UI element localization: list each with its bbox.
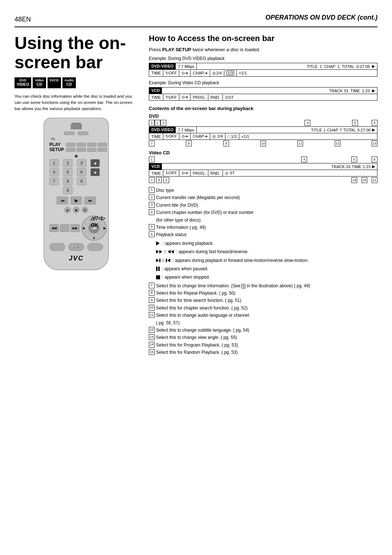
btn-extra[interactable] [60,224,69,232]
num-btn-2[interactable]: 2 [63,159,73,167]
vcd-contents-bar: VCD TRACK 33 TIME 1:23 ▶ TIME ↻OFF ⊙➜ PR… [149,163,377,177]
fwd-btn[interactable]: ▶▶ [70,224,80,232]
sub1-cell[interactable]: ◎ 2/4 [210,70,224,76]
vcd-time-label: TIME [350,89,360,93]
badge-audio-cd: Audio CD [62,77,76,88]
num-btn-1[interactable]: 1 [49,159,59,167]
dvd-title-info: TITLE 1 CHAP 1 TOTAL 0:27:06 ▶ [197,63,377,69]
rew-btn[interactable]: ◀◀ [49,224,59,232]
num-btn-6[interactable]: 6 [77,168,86,176]
total-label: TOTAL [342,64,354,69]
bottom-right-btn[interactable] [87,243,103,251]
page-num-value: 48 [15,16,22,23]
next-btn[interactable]: ⏭ [84,197,96,204]
dvd-contents-info: TITLE 1 CHAP 7 TOTAL 0:27:06 ▶ [197,127,377,133]
left-description: You can check disc information while the… [15,93,138,112]
bottom-center-btn[interactable]: –+ [68,243,84,251]
dvd-contents-type: DVD-VIDEO [149,127,176,133]
slow-status-text: : appears during playback in forward slo… [172,257,309,264]
item-text-9: Select this for time search function. ( … [156,297,241,304]
arrow-direction-label: △▽◁▷ OK [91,215,105,228]
example-vcd-label: Example: During Video CD playback [149,80,377,85]
st-cell[interactable]: ◎ ST [223,94,236,100]
pause-icon [156,267,160,271]
vcd-num-4: 4 [301,157,307,162]
contents-heading: Contents of the on-screen bar during pla… [149,106,377,111]
vcd-section-label: Video CD [149,150,377,155]
vcd-contents-type: VCD [149,163,162,170]
item-num-13: 13 [149,334,155,340]
vcd-type: VCD [149,88,162,94]
dvd-rate: 7.7 Mbps [176,63,197,69]
list-item: 11 Select this to change audio language … [149,312,377,327]
item-num-8: 8 [149,290,155,296]
stop-btn[interactable]: ■ [73,207,79,213]
vcd-time-label-cell[interactable]: TIME [149,94,163,100]
theta-cell[interactable]: ⊙➜ [179,70,191,76]
num-btn-7[interactable]: 7 [49,177,59,185]
dvd-contents-rate: 7.7 Mbps [176,127,197,133]
list-item: 15 Select this for Random Playback. ( pg… [149,349,377,356]
play-btn[interactable]: ▶ [70,197,82,204]
off-cell[interactable]: ↻ OFF [163,70,179,76]
total-val: 0:27:06 [356,64,370,69]
prog-cell[interactable]: PROG. [191,94,208,100]
item-text-5: Time information ( pg. 49) [156,224,206,231]
track-label: TRACK 33 [329,89,348,93]
list-item: 9 Select this for time search function. … [149,297,377,304]
badge-bottom [54,82,55,87]
vcd-top-numbers: 1 4 5 6 [149,157,377,162]
num-btn-sq1[interactable]: ■ [90,159,100,167]
vcd-example-bar: VCD TRACK 33 TIME 1:23 ▶ TIME ↻ OFF ⊙➜ [149,87,377,101]
item-text-1: Disc type [156,187,174,194]
item-text-10: Select this for chapter search function.… [156,304,248,312]
dvd-num-7: 7 [149,141,155,146]
vcd-off-cell[interactable]: ↻ OFF [163,94,179,100]
remote-illustration: ·TV PLAY SETUP [15,118,138,270]
record-btn[interactable]: ● [64,207,71,213]
num-btn-4[interactable]: 4 [49,168,59,176]
jvc-brand: JVC [49,255,103,262]
dvd-num-5: 5 [352,120,358,126]
num-btn-8[interactable]: 8 [63,177,73,185]
vcd-bottom-numbers: 7 8 9 14 15 11 [149,177,377,183]
pause-btn[interactable]: ⏸ [82,207,88,213]
list-item: 3 Current title (for DVD) [149,202,377,209]
vcd-num-9: 9 [163,177,169,183]
dvd-num-1: 1 [149,120,155,126]
play-label: PLAY [49,142,64,147]
format-badges: DVD VIDEO Video CD SVCD Audio CD [15,77,138,88]
item-num-11: 11 [149,312,155,318]
badge-top: Video [35,78,44,82]
dvd-num-10: 10 [260,141,266,146]
prev-btn[interactable]: ⏮ [57,197,68,204]
right-column: How to Access the on-screen bar Press PL… [149,34,377,356]
num-btn-3[interactable]: 3 [77,159,86,167]
dvd-num-12: 12 [335,141,340,146]
vcd-num-5: 5 [351,157,357,162]
item-num-14: 14 [149,342,155,348]
rnd-cell[interactable]: RND. [208,94,223,100]
slow-rev-icon [166,259,170,262]
item-num-5: 5 [149,224,155,230]
vcd-repeat-icon: ↻ [166,95,169,100]
play-status-line: : appears during playback. [156,240,377,247]
item-text-12: Select this to change subtitle language.… [156,327,249,334]
num-btn-5[interactable]: 5 [63,168,73,176]
item-num-10: 10 [149,305,155,311]
ff-status-text: : appears during fast forward/reverse. [176,248,248,255]
num-btn-sq2[interactable]: ■ [90,168,100,176]
sub3-cell[interactable]: ×1/1 [237,70,249,76]
badge-bottom: CD [36,82,42,87]
sub2-cell[interactable]: 1/3 [224,70,237,76]
vcd-num-1: 1 [149,157,155,162]
time-label[interactable]: TIME [149,70,163,76]
num-btn-0[interactable]: 0 [63,186,73,194]
remote-control: ·TV PLAY SETUP [44,118,109,270]
rew-icon [168,250,174,254]
vcd-theta-cell[interactable]: ⊙➜ [179,94,191,100]
num-btn-9[interactable]: 9 [77,177,86,185]
vcd-num-8: 8 [156,177,162,183]
bottom-left-btn[interactable] [49,243,65,251]
chap-arrow-cell[interactable]: CHAP.➜ [191,70,210,76]
